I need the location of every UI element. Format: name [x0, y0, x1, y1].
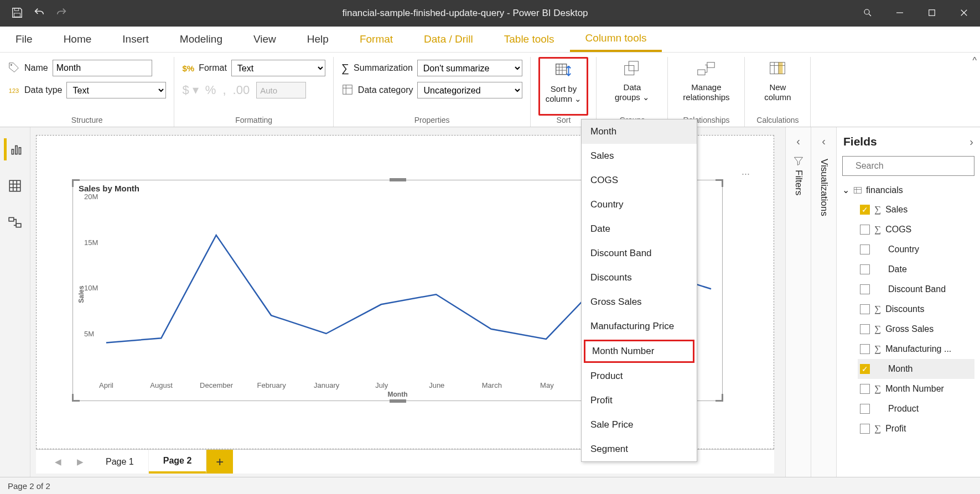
checkbox-icon[interactable] [860, 404, 870, 414]
page-tab-2[interactable]: Page 2 [149, 450, 207, 474]
field-gross-sales[interactable]: ∑Gross Sales [858, 319, 974, 339]
datacategory-select[interactable]: Uncategorized [417, 82, 522, 98]
field-country[interactable]: Country [858, 240, 974, 259]
sigma-icon: ∑ [341, 62, 349, 75]
tab-format[interactable]: Format [344, 27, 408, 52]
checkbox-icon[interactable]: ✓ [860, 205, 870, 215]
svg-rect-1 [14, 13, 20, 16]
sort-option-sales[interactable]: Sales [582, 144, 697, 168]
summarization-select[interactable]: Don't summarize [417, 60, 522, 76]
status-bar: Page 2 of 2 [0, 477, 980, 494]
maximize-icon[interactable] [927, 8, 937, 19]
tab-modeling[interactable]: Modeling [164, 27, 238, 52]
x-tick: January [314, 381, 339, 389]
tab-file[interactable]: File [0, 27, 48, 52]
field-manufacturing-[interactable]: ∑Manufacturing ... [858, 339, 974, 359]
minimize-icon[interactable] [895, 8, 905, 19]
save-icon[interactable] [11, 7, 23, 20]
page-tab-1[interactable]: Page 1 [91, 450, 149, 474]
undo-icon[interactable] [33, 7, 45, 20]
add-page-button[interactable]: + [206, 450, 233, 474]
page-prev-button[interactable]: ◀ [47, 450, 69, 474]
checkbox-icon[interactable] [860, 304, 870, 314]
sort-option-date[interactable]: Date [582, 217, 697, 241]
tab-help[interactable]: Help [292, 27, 344, 52]
checkbox-icon[interactable] [860, 245, 870, 254]
tab-home[interactable]: Home [48, 27, 107, 52]
expand-fields-icon[interactable]: › [969, 136, 973, 148]
report-view-button[interactable] [4, 138, 26, 160]
tab-data-drill[interactable]: Data / Drill [408, 27, 489, 52]
checkbox-icon[interactable] [860, 344, 870, 354]
svg-rect-15 [15, 146, 17, 154]
field-profit[interactable]: ∑Profit [858, 419, 974, 439]
field-discounts[interactable]: ∑Discounts [858, 299, 974, 319]
field-product[interactable]: Product [858, 399, 974, 419]
data-groups-button[interactable]: Datagroups ⌄ [604, 57, 660, 116]
fields-search-input[interactable] [852, 158, 969, 174]
status-text: Page 2 of 2 [8, 481, 50, 491]
field-discount-band[interactable]: Discount Band [858, 279, 974, 299]
expand-filters-icon[interactable]: ‹ [796, 135, 800, 148]
field-sales[interactable]: ✓∑Sales [858, 200, 974, 220]
tab-column-tools[interactable]: Column tools [570, 27, 662, 52]
svg-rect-17 [9, 180, 20, 191]
close-icon[interactable] [959, 8, 969, 19]
table-icon [853, 185, 863, 195]
visual-menu-icon[interactable]: ⋯ [742, 169, 751, 179]
sort-option-profit[interactable]: Profit [582, 388, 697, 413]
sort-option-product[interactable]: Product [582, 364, 697, 388]
filters-pane-collapsed[interactable]: ‹ Filters [785, 127, 811, 477]
table-toggle[interactable]: ⌄ financials [842, 185, 974, 195]
field-cogs[interactable]: ∑COGS [858, 220, 974, 240]
redo-icon[interactable] [55, 7, 68, 20]
sort-by-column-button[interactable]: Sort bycolumn ⌄ [538, 57, 588, 116]
sort-option-month-number[interactable]: Month Number [584, 340, 694, 363]
sort-option-month[interactable]: Month [582, 119, 697, 144]
visualizations-pane-collapsed[interactable]: ‹ Visualizations [811, 127, 836, 477]
field-label: Country [888, 245, 919, 254]
y-tick: 15M [84, 238, 98, 247]
checkbox-icon[interactable] [860, 324, 870, 334]
sort-option-gross-sales[interactable]: Gross Sales [582, 290, 697, 314]
expand-visualizations-icon[interactable]: ‹ [822, 135, 826, 148]
name-label: Name [24, 63, 48, 73]
sort-option-manufacturing-price[interactable]: Manufacturing Price [582, 314, 697, 339]
format-select[interactable]: Text [231, 60, 325, 76]
sort-option-discounts[interactable]: Discounts [582, 266, 697, 290]
checkbox-icon[interactable]: ✓ [860, 364, 870, 374]
svg-rect-6 [343, 85, 352, 94]
tab-insert[interactable]: Insert [107, 27, 164, 52]
datatype-select[interactable]: Text [66, 82, 166, 98]
ribbon-collapse-icon[interactable]: ^ [972, 56, 977, 66]
window-title: financial-sample-finished-update-query -… [68, 8, 863, 19]
checkbox-icon[interactable] [860, 284, 870, 294]
checkbox-icon[interactable] [860, 424, 870, 434]
data-view-button[interactable] [4, 175, 26, 197]
checkbox-icon[interactable] [860, 264, 870, 274]
field-month-number[interactable]: ∑Month Number [858, 379, 974, 399]
sort-option-segment[interactable]: Segment [582, 437, 697, 461]
svg-rect-13 [779, 63, 783, 74]
sort-option-country[interactable]: Country [582, 193, 697, 217]
svg-rect-7 [556, 64, 567, 75]
manage-relationships-button[interactable]: Managerelationships [676, 57, 737, 116]
tab-table-tools[interactable]: Table tools [489, 27, 570, 52]
field-date[interactable]: Date [858, 259, 974, 279]
svg-point-20 [847, 166, 848, 167]
name-input[interactable] [53, 60, 152, 76]
sort-option-cogs[interactable]: COGS [582, 168, 697, 193]
new-column-button[interactable]: Newcolumn [753, 57, 802, 116]
field-month[interactable]: ✓Month [858, 359, 974, 379]
page-next-button[interactable]: ▶ [69, 450, 91, 474]
format-label: Format [199, 63, 227, 73]
fields-search[interactable] [842, 156, 974, 176]
tab-view[interactable]: View [238, 27, 292, 52]
sort-option-sale-price[interactable]: Sale Price [582, 413, 697, 437]
checkbox-icon[interactable] [860, 384, 870, 394]
sort-option-discount-band[interactable]: Discount Band [582, 241, 697, 266]
checkbox-icon[interactable] [860, 225, 870, 235]
model-view-button[interactable] [4, 211, 26, 233]
search-icon[interactable] [863, 8, 873, 19]
field-label: Profit [885, 424, 906, 434]
